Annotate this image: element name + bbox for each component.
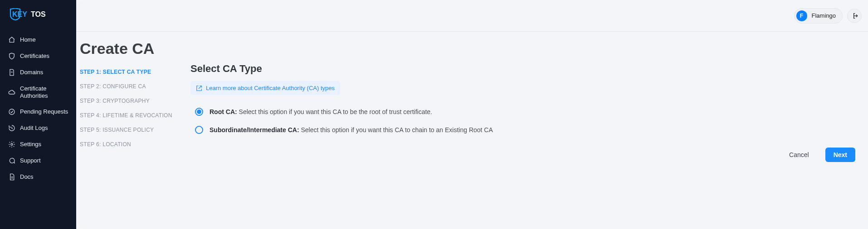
wizard-actions: Cancel Next [190,148,855,162]
learn-more-label: Learn more about Certificate Authority (… [206,85,335,91]
wizard-step-3[interactable]: STEP 3: CRYPTOGRAPHY [80,94,177,108]
gear-icon [8,141,15,148]
wizard-steps: STEP 1: SELECT CA TYPE STEP 2: CONFIGURE… [80,63,177,162]
sidebar-item-pending-requests[interactable]: Pending Requests [0,104,76,120]
svg-point-3 [9,109,15,114]
logout-button[interactable] [847,9,862,23]
wizard-step-4[interactable]: STEP 4: LIFETIME & REVOCATION [80,108,177,123]
sidebar-item-label: Home [20,36,36,43]
svg-rect-2 [11,72,13,72]
keytos-logo: KEY TOS [9,8,63,21]
wizard-step-1[interactable]: STEP 1: SELECT CA TYPE [80,65,177,79]
sidebar-item-support[interactable]: Support [0,153,76,169]
sidebar-item-label: Certificate Authorities [20,85,70,99]
svg-text:TOS: TOS [31,10,46,18]
sidebar-item-label: Domains [20,69,43,76]
topbar: F Flamingo [76,0,868,32]
check-circle-icon [8,108,15,115]
content: Create CA STEP 1: SELECT CA TYPE STEP 2:… [76,32,868,171]
sidebar-item-domains[interactable]: Domains [0,64,76,81]
user-menu[interactable]: F Flamingo [794,8,843,24]
brand-logo: KEY TOS [0,6,76,29]
doc-icon [8,173,15,181]
avatar: F [796,10,807,21]
sidebar: KEY TOS Home Certificates Domains [0,0,76,229]
option-root-ca-text: Root CA: Select this option if you want … [210,108,432,115]
svg-point-4 [11,143,13,145]
learn-more-link[interactable]: Learn more about Certificate Authority (… [190,81,340,95]
wizard-step-2[interactable]: STEP 2: CONFIGURE CA [80,79,177,94]
history-icon [8,124,15,132]
cancel-button[interactable]: Cancel [781,148,817,162]
file-icon [8,69,15,76]
option-root-ca[interactable]: Root CA: Select this option if you want … [190,108,855,116]
radio-sub-ca[interactable] [195,126,203,134]
cloud-icon [8,89,15,96]
sidebar-item-label: Settings [20,141,41,148]
user-name: Flamingo [812,12,836,19]
sidebar-item-home[interactable]: Home [0,32,76,48]
chat-icon [8,157,15,164]
logout-icon [851,12,858,19]
svg-text:KEY: KEY [12,10,27,18]
sidebar-item-audit-logs[interactable]: Audit Logs [0,120,76,136]
sidebar-nav: Home Certificates Domains Certificate Au… [0,32,76,185]
option-sub-ca-title: Subordinate/Intermediate CA: [210,126,299,134]
option-sub-ca-desc: Select this option if you want this CA t… [301,126,493,134]
page-title: Create CA [80,37,855,63]
main: F Flamingo Create CA STEP 1: SELECT CA T… [76,0,868,229]
external-link-icon [196,85,202,91]
ca-type-options: Root CA: Select this option if you want … [190,108,855,134]
option-sub-ca-text: Subordinate/Intermediate CA: Select this… [210,126,493,134]
sidebar-item-docs[interactable]: Docs [0,169,76,185]
option-root-ca-desc: Select this option if you want this CA t… [239,108,432,115]
wizard-step-5[interactable]: STEP 5: ISSUANCE POLICY [80,123,177,137]
shield-icon [8,52,15,60]
sidebar-item-label: Audit Logs [20,124,48,132]
radio-root-ca[interactable] [195,108,203,116]
sidebar-item-label: Pending Requests [20,108,68,115]
option-root-ca-title: Root CA: [210,108,237,115]
sidebar-item-certificate-authorities[interactable]: Certificate Authorities [0,81,76,104]
next-button[interactable]: Next [825,148,855,162]
section-title: Select CA Type [190,63,855,75]
sidebar-item-label: Support [20,157,41,164]
wizard-step-6[interactable]: STEP 6: LOCATION [80,137,177,152]
sidebar-item-label: Certificates [20,52,49,60]
sidebar-item-certificates[interactable]: Certificates [0,48,76,64]
sidebar-item-settings[interactable]: Settings [0,136,76,153]
home-icon [8,36,15,43]
wizard-layout: STEP 1: SELECT CA TYPE STEP 2: CONFIGURE… [80,63,855,162]
panel: Select CA Type Learn more about Certific… [190,63,855,162]
sidebar-item-label: Docs [20,173,34,181]
option-sub-ca[interactable]: Subordinate/Intermediate CA: Select this… [190,126,855,134]
